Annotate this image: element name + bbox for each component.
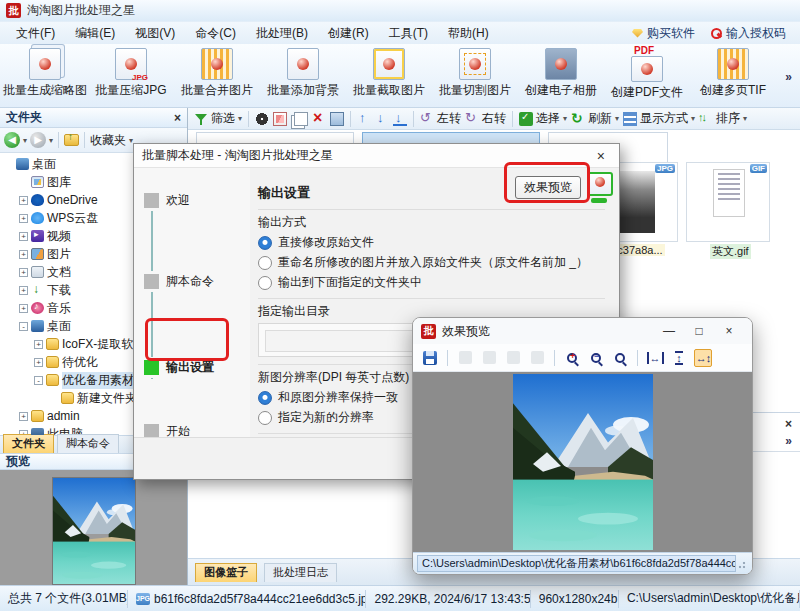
separator (512, 111, 513, 127)
fit-height-button[interactable]: ↕ (670, 349, 688, 367)
fit-width-button[interactable]: ↔ (646, 349, 664, 367)
enter-license-button[interactable]: 输入授权码 (703, 25, 794, 42)
paste-icon[interactable] (330, 112, 344, 126)
minimize-icon[interactable]: — (654, 324, 684, 338)
close-icon[interactable]: × (714, 324, 744, 338)
tab-文件夹[interactable]: 文件夹 (3, 434, 54, 453)
effect-preview-button[interactable]: 效果预览 (515, 176, 581, 199)
favorites-button[interactable]: 收藏夹 (90, 132, 126, 149)
tool-filter[interactable]: 筛选▾ (194, 110, 242, 127)
tab-脚本命令[interactable]: 脚本命令 (57, 434, 119, 453)
preview-titlebar[interactable]: 批 效果预览 — □ × (413, 318, 752, 344)
basket-more-icon[interactable]: » (785, 434, 792, 448)
tree-expander[interactable]: - (19, 322, 28, 331)
radio-option[interactable]: 输出到下面指定的文件夹中 (258, 274, 605, 291)
tool-sort[interactable]: 排序▾ (699, 110, 747, 127)
eye-icon[interactable] (255, 112, 269, 126)
toolbar-button-album[interactable]: 创建电子相册 (518, 47, 604, 99)
up-icon[interactable] (357, 112, 371, 126)
tree-expander[interactable]: + (19, 232, 28, 241)
panel-close-icon[interactable]: × (174, 111, 181, 125)
effect-preview-window: 批 效果预览 — □ × + − ↔ ↕ ↔↕ (412, 317, 753, 575)
menu-item[interactable]: 文件(F) (6, 24, 65, 42)
tree-expander[interactable]: + (19, 214, 28, 223)
compare-preview-icon[interactable] (587, 172, 613, 196)
tree-expander[interactable]: + (19, 412, 28, 421)
wizard-step-输出设置[interactable]: 输出设置 (144, 357, 214, 378)
menu-item[interactable]: 工具(T) (379, 24, 438, 42)
tab-图像篮子[interactable]: 图像篮子 (195, 563, 257, 582)
toolbar-overflow-button[interactable]: » (785, 70, 798, 84)
tree-item-label: 下载 (47, 282, 71, 299)
tool-refresh[interactable]: 刷新▾ (571, 110, 619, 127)
buy-software-button[interactable]: 购买软件 (624, 25, 703, 42)
wizard-step-脚本命令[interactable]: 脚本命令 (144, 271, 214, 292)
tree-item-label: 桌面 (32, 156, 56, 173)
tree-expander[interactable]: + (34, 358, 43, 367)
dialog-titlebar[interactable]: 批量脚本处理 - 淘淘图片批处理之星 × (134, 144, 619, 168)
maximize-icon[interactable]: □ (684, 324, 714, 338)
tab-批处理日志[interactable]: 批处理日志 (264, 563, 337, 582)
copy-icon[interactable] (291, 112, 308, 126)
eye-icon (255, 112, 269, 126)
tool-rotl[interactable]: 左转 (420, 110, 461, 127)
toolbar-button-bg[interactable]: 批量添加背景 (260, 47, 346, 99)
tool-display[interactable]: 显示方式▾ (623, 110, 695, 127)
up-folder-button[interactable] (64, 134, 79, 146)
menu-item[interactable]: 批处理(B) (246, 24, 318, 42)
tree-expander[interactable]: - (34, 376, 43, 385)
tree-expander[interactable]: + (19, 250, 28, 259)
imgred-icon[interactable] (273, 112, 287, 126)
menu-item[interactable]: 帮助(H) (438, 24, 499, 42)
tree-expander[interactable]: + (19, 286, 28, 295)
delete-icon[interactable] (312, 112, 326, 126)
toolbar-button-capture[interactable]: 批量截取图片 (346, 47, 432, 99)
toolbar-button-jpg[interactable]: 批量压缩JPG (88, 47, 174, 99)
folder-panel-header: 文件夹 × (0, 108, 187, 128)
zoom-in-button[interactable]: + (563, 349, 581, 367)
tree-expander[interactable]: + (19, 196, 28, 205)
toolbar-button-thumbs[interactable]: 批量生成缩略图 (2, 47, 88, 99)
bg-icon (287, 48, 319, 80)
status-segment: 292.29KB, 2024/6/17 13:43:58 (366, 590, 530, 608)
radio-option[interactable]: 直接修改原始文件 (258, 234, 605, 251)
thumbnail-english-gif[interactable]: GIF (686, 162, 770, 242)
down-icon[interactable] (375, 112, 389, 126)
tree-expander[interactable]: + (19, 268, 28, 277)
zoom-actual-button[interactable] (611, 349, 629, 367)
tool-select[interactable]: 选择▾ (519, 110, 567, 127)
back-button[interactable]: ◀ (4, 132, 20, 148)
menu-item[interactable]: 编辑(E) (65, 24, 125, 42)
tree-expander[interactable]: + (34, 340, 43, 349)
radio-label: 指定为新的分辨率 (278, 409, 374, 426)
zoom-out-button[interactable]: − (587, 349, 605, 367)
toolbar-button-pdf[interactable]: 创建PDF文件 (604, 47, 690, 101)
flip-v-icon[interactable] (528, 349, 546, 367)
chevron-down-icon: ▾ (691, 114, 695, 123)
menu-item[interactable]: 创建(R) (318, 24, 379, 42)
cloud1-icon (31, 194, 44, 206)
resize-grip[interactable] (738, 559, 748, 569)
menu-item[interactable]: 命令(C) (185, 24, 246, 42)
forward-button[interactable]: ▶ (30, 132, 46, 148)
tool-rotr[interactable]: 右转 (465, 110, 506, 127)
flip-h-icon[interactable] (504, 349, 522, 367)
toolbar-button-merge[interactable]: 批量合并图片 (174, 47, 260, 99)
tree-expander[interactable]: + (19, 304, 28, 313)
wizard-step-欢迎[interactable]: 欢迎 (144, 190, 190, 211)
fit-window-button[interactable]: ↔↕ (694, 349, 712, 367)
menu-item[interactable]: 视图(V) (125, 24, 185, 42)
file-name[interactable]: 英文.gif (710, 244, 751, 259)
rotate-right-icon[interactable] (480, 349, 498, 367)
toolbar-button-cut[interactable]: 批量切割图片 (432, 47, 518, 99)
dialog-close-icon[interactable]: × (591, 148, 611, 164)
toolbar-button-tif[interactable]: 创建多页TIF (690, 47, 776, 99)
save-button[interactable] (421, 349, 439, 367)
pc-icon (31, 428, 44, 435)
download-icon (31, 284, 44, 296)
downbar-icon[interactable] (393, 112, 407, 126)
video-icon (31, 230, 44, 242)
radio-option[interactable]: 重命名所修改的图片并放入原始文件夹（原文件名前加 _） (258, 254, 605, 271)
basket-close-icon[interactable]: × (785, 417, 792, 431)
rotate-left-icon[interactable] (456, 349, 474, 367)
